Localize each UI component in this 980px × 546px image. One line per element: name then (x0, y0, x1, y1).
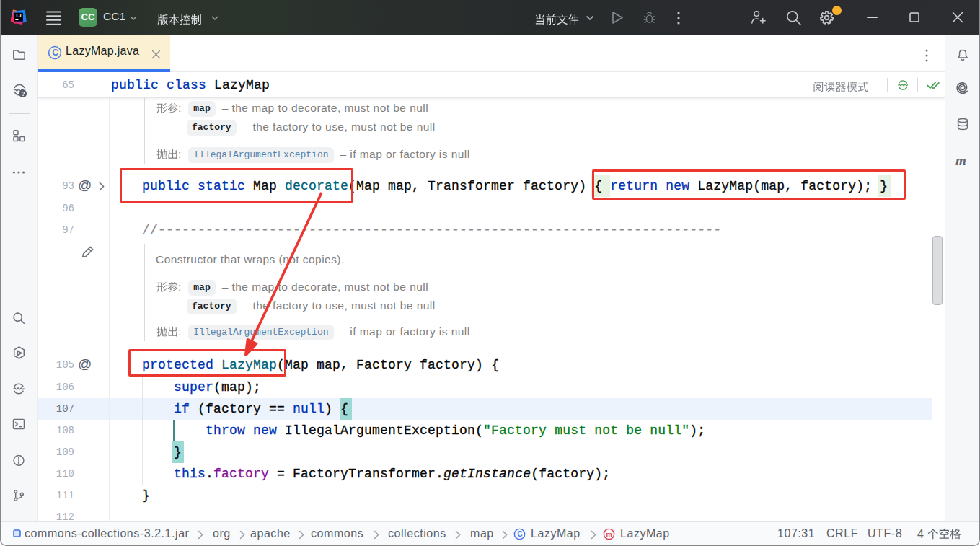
svg-text:C: C (52, 48, 58, 58)
svg-text:IJ: IJ (15, 13, 22, 19)
svg-text:C: C (517, 530, 523, 538)
svg-text:?: ? (21, 90, 25, 97)
svg-text:m: m (606, 530, 612, 538)
